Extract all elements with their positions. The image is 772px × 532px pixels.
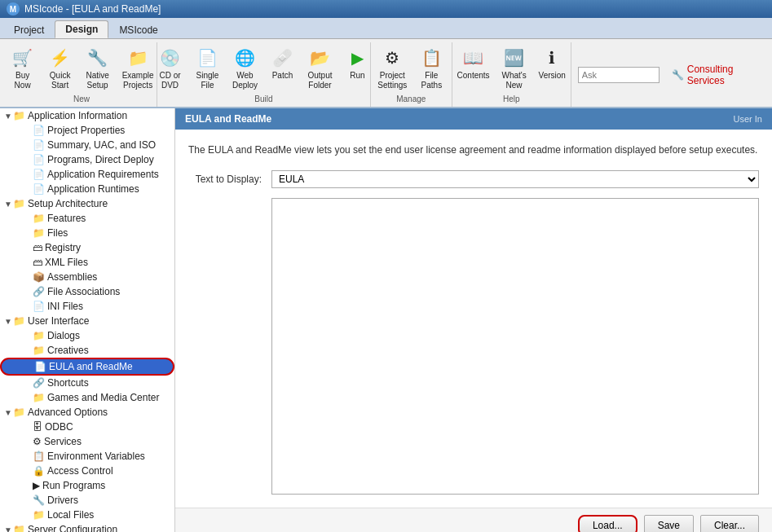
whats-new-label: What'sNew <box>501 71 526 90</box>
title-bar: M MSIcode - [EULA and ReadMe] <box>0 0 772 18</box>
save-button[interactable]: Save <box>644 515 694 532</box>
single-file-button[interactable]: 📄 SingleFile <box>191 42 225 93</box>
output-folder-button[interactable]: 📂 OutputFolder <box>303 42 337 93</box>
file-paths-label: FilePaths <box>421 71 443 90</box>
content-panel: EULA and ReadMe User In The EULA and Rea… <box>175 108 772 532</box>
cd-dvd-label: CD orDVD <box>159 71 180 90</box>
sidebar-item-odbc[interactable]: 🗄 ODBC <box>0 420 174 434</box>
buy-now-label: BuyNow <box>15 71 31 90</box>
sidebar-item-eula-readme[interactable]: 📄 EULA and ReadMe <box>0 358 174 376</box>
sidebar-item-application-requirements[interactable]: 📄 Application Requirements <box>0 167 174 182</box>
folder-icon: 📁 <box>33 213 45 224</box>
form-label: Text to Display: <box>188 174 262 185</box>
whats-new-button[interactable]: 🆕 What'sNew <box>497 42 532 93</box>
web-deploy-label: WebDeploy <box>232 71 258 90</box>
file-paths-button[interactable]: 📋 FilePaths <box>414 42 448 93</box>
load-button[interactable]: Load... <box>578 515 637 532</box>
sidebar-item-programs-direct-deploy[interactable]: 📄 Programs, Direct Deploy <box>0 152 174 167</box>
ask-input[interactable] <box>578 67 660 83</box>
sidebar-item-ini-files[interactable]: 📄 INI Files <box>0 299 174 314</box>
access-icon: 🔒 <box>33 465 45 477</box>
item-label: Services <box>44 436 82 447</box>
sidebar-item-registry[interactable]: 🗃 Registry <box>0 240 174 255</box>
item-label: Programs, Direct Deploy <box>47 154 154 165</box>
ribbon-group-help-label: Help <box>503 95 520 103</box>
native-setup-button[interactable]: 🔧 NativeSetup <box>81 42 115 93</box>
contents-button[interactable]: 📖 Contents <box>453 42 494 83</box>
sidebar-item-user-interface[interactable]: ▼ 📁 User Interface <box>0 314 174 328</box>
sidebar-item-drivers[interactable]: 🔧 Drivers <box>0 493 174 508</box>
tab-design[interactable]: Design <box>55 20 108 38</box>
sidebar-item-games-media-center[interactable]: 📁 Games and Media Center <box>0 390 174 405</box>
sidebar-item-features[interactable]: 📁 Features <box>0 211 174 226</box>
sidebar-item-files[interactable]: 📁 Files <box>0 226 174 240</box>
consulting-icon: 🔧 <box>672 69 684 81</box>
sidebar-item-dialogs[interactable]: 📁 Dialogs <box>0 328 174 343</box>
buy-now-button[interactable]: 🛒 BuyNow <box>6 42 40 93</box>
sidebar-item-environment-variables[interactable]: 📋 Environment Variables <box>0 449 174 464</box>
clear-button[interactable]: Clear... <box>700 515 759 532</box>
folder-icon: 📁 <box>33 227 45 239</box>
sidebar-item-server-configuration[interactable]: ▼ 📁 Server Configuration <box>0 522 174 532</box>
project-settings-button[interactable]: ⚙ ProjectSettings <box>373 42 411 93</box>
doc-icon: 📄 <box>33 183 45 195</box>
run-icon: ▶ <box>345 45 371 71</box>
ribbon-group-build: 💿 CD orDVD 📄 SingleFile 🌐 WebDeploy 🩹 Pa… <box>157 42 371 107</box>
example-projects-button[interactable]: 📁 ExampleProjects <box>118 42 158 93</box>
services-icon: ⚙ <box>33 436 42 447</box>
sidebar-item-setup-architecture[interactable]: ▼ 📁 Setup Architecture <box>0 196 174 211</box>
ribbon-group-manage-label: Manage <box>396 95 426 103</box>
folder-icon: 📁 <box>13 110 25 121</box>
run-button[interactable]: ▶ Run <box>341 42 375 83</box>
consulting-services-button[interactable]: 🔧 Consulting Services <box>666 61 759 89</box>
text-to-display-select[interactable]: EULA ReadMe <box>271 170 759 188</box>
sidebar-item-run-programs[interactable]: ▶ Run Programs <box>0 478 174 493</box>
content-body: The EULA and ReadMe view lets you set th… <box>175 130 772 508</box>
single-file-label: SingleFile <box>196 71 219 90</box>
web-deploy-button[interactable]: 🌐 WebDeploy <box>228 42 262 93</box>
ribbon-tabs: Project Design MSIcode <box>0 18 772 39</box>
sidebar-item-advanced-options[interactable]: ▼ 📁 Advanced Options <box>0 405 174 420</box>
section-label: Server Configuration <box>28 524 117 532</box>
folder-icon: 📁 <box>13 198 25 209</box>
eula-text-area[interactable] <box>271 198 759 495</box>
cd-dvd-button[interactable]: 💿 CD orDVD <box>153 42 187 93</box>
bottom-buttons: Load... Save Clear... <box>175 508 772 532</box>
item-label: Files <box>47 227 68 239</box>
main-area: ▼ 📁 Application Information 📄 Project Pr… <box>0 108 772 532</box>
tab-msicode[interactable]: MSIcode <box>108 20 168 38</box>
folder-icon: 📁 <box>33 345 45 356</box>
native-setup-icon: 🔧 <box>85 45 111 71</box>
quick-start-button[interactable]: ⚡ QuickStart <box>43 42 77 93</box>
sidebar-item-application-runtimes[interactable]: 📄 Application Runtimes <box>0 182 174 196</box>
sidebar-item-local-files[interactable]: 📁 Local Files <box>0 508 174 522</box>
ribbon-group-new: 🛒 BuyNow ⚡ QuickStart 🔧 NativeSetup 📁 Ex… <box>7 42 157 107</box>
sidebar-item-file-associations[interactable]: 🔗 File Associations <box>0 284 174 299</box>
sidebar-item-application-information[interactable]: ▼ 📁 Application Information <box>0 108 174 123</box>
version-button[interactable]: ℹ Version <box>535 42 570 83</box>
folder-icon: 📁 <box>13 407 25 418</box>
buy-now-icon: 🛒 <box>10 45 36 71</box>
sidebar-item-project-properties[interactable]: 📄 Project Properties <box>0 123 174 138</box>
item-label: Access Control <box>47 465 113 477</box>
output-folder-icon: 📂 <box>307 45 333 71</box>
sidebar-item-access-control[interactable]: 🔒 Access Control <box>0 464 174 478</box>
expand-icon: ▼ <box>3 112 13 121</box>
doc-icon: 📄 <box>33 125 45 136</box>
sidebar-item-summary-uac-iso[interactable]: 📄 Summary, UAC, and ISO <box>0 138 174 152</box>
item-label: Games and Media Center <box>47 392 159 403</box>
sidebar-item-assemblies[interactable]: 📦 Assemblies <box>0 270 174 284</box>
tab-project[interactable]: Project <box>3 20 55 38</box>
native-setup-label: NativeSetup <box>86 71 108 90</box>
xml-icon: 🗃 <box>33 257 42 268</box>
item-label: File Associations <box>47 286 120 297</box>
item-label: Local Files <box>47 509 94 521</box>
sidebar-item-services[interactable]: ⚙ Services <box>0 434 174 449</box>
patch-button[interactable]: 🩹 Patch <box>266 42 300 83</box>
output-folder-label: OutputFolder <box>307 71 332 90</box>
sidebar-item-shortcuts[interactable]: 🔗 Shortcuts <box>0 376 174 390</box>
example-projects-icon: 📁 <box>125 45 151 71</box>
sidebar-item-xml-files[interactable]: 🗃 XML Files <box>0 255 174 270</box>
quick-start-label: QuickStart <box>50 71 71 90</box>
sidebar-item-creatives[interactable]: 📁 Creatives <box>0 343 174 358</box>
